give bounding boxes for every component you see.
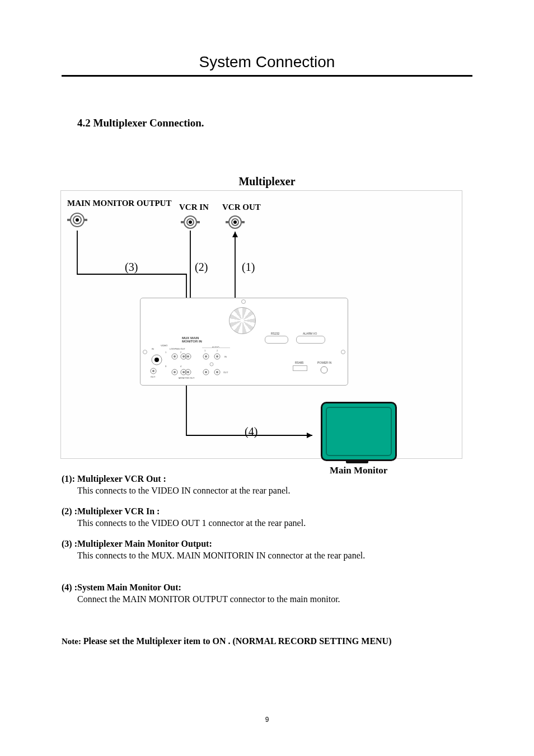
svg-point-22 (154, 358, 159, 362)
note-label: Note: (62, 637, 83, 646)
note-text: Please set the Multiplexer item to ON . … (83, 636, 392, 646)
diagram-title: Multiplexer (0, 175, 534, 188)
label-4: (4) (245, 425, 257, 438)
svg-point-43 (205, 371, 207, 373)
desc-2-body: This connects to the VIDEO OUT 1 connect… (77, 518, 453, 529)
desc-1-body: This connects to the VIDEO IN connector … (77, 485, 453, 497)
video-group: VIDEO IN LOOPING OUT 1 2 3 4 OUT (148, 346, 186, 379)
desc-1-heading: (1): Multiplexer VCR Out : (62, 474, 166, 483)
description-1: (1): Multiplexer VCR Out : This connects… (62, 473, 453, 497)
page-title: System Connection (0, 53, 534, 71)
device-rear-panel: VIDEO IN LOOPING OUT 1 2 3 4 OUT (140, 298, 348, 386)
desc-4-body: Connect the MAIN MONITOR OUTPUT connecto… (77, 594, 453, 605)
svg-marker-18 (307, 433, 312, 438)
mux-main-monitor-in-jack (184, 353, 192, 360)
title-underline (62, 75, 472, 77)
document-page: System Connection 4.2 Multiplexer Connec… (0, 0, 534, 756)
page-number: 9 (0, 716, 534, 724)
svg-point-46 (321, 367, 327, 373)
desc-3-heading: (3) :Multiplexer Main Monitor Output: (62, 539, 212, 548)
description-3: (3) :Multiplexer Main Monitor Output: Th… (62, 538, 453, 562)
main-monitor-base (346, 460, 368, 463)
svg-marker-17 (232, 232, 238, 237)
desc-2-heading: (2) :Multiplexer VCR In : (62, 506, 160, 516)
svg-point-41 (210, 363, 213, 366)
svg-point-45 (216, 371, 218, 373)
label-3: (3) (125, 261, 138, 274)
monitor-out-jack (184, 368, 192, 376)
svg-point-34 (187, 355, 189, 358)
label-2: (2) (195, 261, 208, 274)
fan-icon (229, 307, 256, 334)
note: Note: Please set the Multiplexer item to… (62, 636, 453, 646)
svg-point-40 (216, 355, 218, 358)
svg-point-28 (152, 370, 154, 372)
label-1: (1) (242, 261, 255, 274)
svg-point-38 (205, 355, 207, 358)
svg-point-24 (174, 355, 176, 358)
desc-3-body: This connects to the MUX. MAIN MONITORIN… (77, 550, 453, 562)
svg-point-30 (174, 371, 176, 373)
description-4: (4) :System Main Monitor Out: Connect th… (62, 582, 453, 605)
section-heading: 4.2 Multiplexer Connection. (77, 117, 204, 129)
description-2: (2) :Multiplexer VCR In : This connects … (62, 506, 453, 529)
main-monitor-icon (321, 402, 397, 461)
desc-4-heading: (4) :System Main Monitor Out: (62, 583, 181, 592)
svg-point-36 (187, 371, 189, 373)
